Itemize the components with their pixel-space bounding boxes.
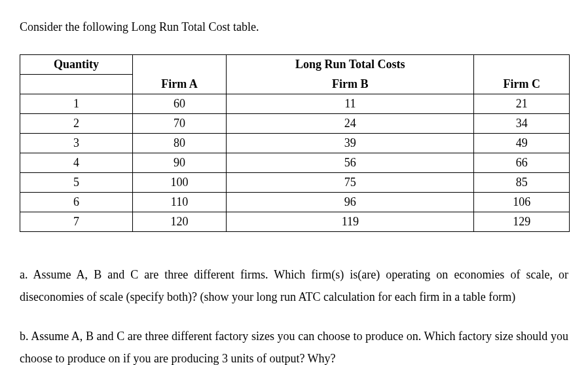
question-b: b. Assume A, B and C are three different… [20,325,568,365]
table-cell: 2 [20,113,133,133]
table-cell: 7 [20,212,133,231]
intro-text: Consider the following Long Run Total Co… [20,18,568,36]
table-row: 1601121 [20,94,570,113]
table-row: 611096106 [20,192,570,212]
firm-b-header: Firm B [227,75,474,94]
table-cell: 75 [227,172,474,192]
table-cell: 11 [227,94,474,113]
firm-c-header: Firm C [474,75,570,94]
table-cell: 1 [20,94,133,113]
table-cell: 90 [132,153,226,172]
table-body: 1601121270243438039494905666510075856110… [20,94,570,231]
table-cell: 3 [20,133,133,153]
table-cell: 60 [132,94,226,113]
table-cell: 120 [132,212,226,231]
lrtc-header: Long Run Total Costs [227,55,474,75]
table-cell: 34 [474,113,570,133]
table-cell: 39 [227,133,474,153]
table-cell: 119 [227,212,474,231]
question-a: a. Assume A, B and C are three different… [20,263,568,308]
firm-a-header: Firm A [132,75,226,94]
table-row: 2702434 [20,113,570,133]
table-cell: 21 [474,94,570,113]
table-row: 3803949 [20,133,570,153]
table-cell: 24 [227,113,474,133]
quantity-header: Quantity [20,55,133,75]
header-empty-right [474,55,570,75]
table-cell: 110 [132,192,226,212]
table-row: 4905666 [20,153,570,172]
table-row: 51007585 [20,172,570,192]
table-cell: 129 [474,212,570,231]
table-cell: 66 [474,153,570,172]
table-cell: 80 [132,133,226,153]
table-cell: 70 [132,113,226,133]
table-cell: 100 [132,172,226,192]
table-cell: 106 [474,192,570,212]
table-cell: 5 [20,172,133,192]
table-cell: 6 [20,192,133,212]
table-cell: 4 [20,153,133,172]
quantity-sub-header [20,75,133,94]
table-cell: 85 [474,172,570,192]
table-cell: 96 [227,192,474,212]
table-row: 7120119129 [20,212,570,231]
header-empty-left [132,55,226,75]
table-cell: 49 [474,133,570,153]
cost-table: Quantity Long Run Total Costs Firm A Fir… [20,54,570,232]
table-cell: 56 [227,153,474,172]
